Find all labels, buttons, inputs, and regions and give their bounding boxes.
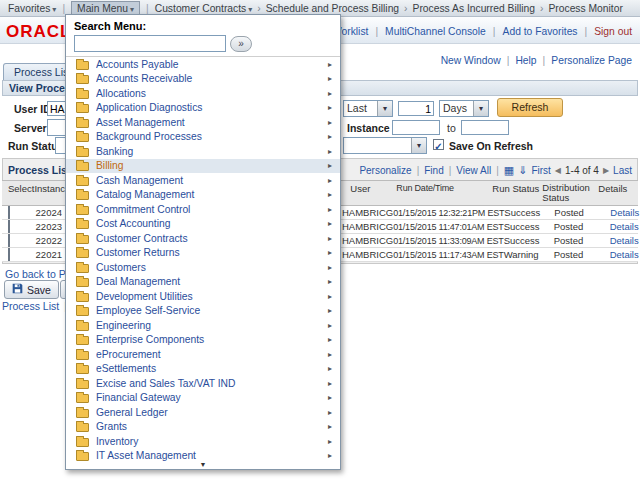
chevron-right-icon: ▸	[328, 437, 332, 446]
folder-icon	[76, 75, 89, 84]
menu-item-label: eProcurement	[96, 349, 328, 360]
grid-layout-icon[interactable]: ▦	[504, 165, 514, 176]
process-list-bottom-link[interactable]: Process List	[2, 300, 59, 312]
breadcrumb-process-as-incurred-billing[interactable]: Process As Incurred Billing	[413, 3, 535, 14]
details-link[interactable]: Details	[610, 207, 640, 218]
menu-item-engineering[interactable]: Engineering▸	[66, 318, 340, 333]
sign-out-link[interactable]: Sign out	[594, 26, 632, 37]
details-link[interactable]: Details	[610, 221, 640, 232]
menu-item-catalog-management[interactable]: Catalog Management▸	[66, 188, 340, 203]
cell-run-status: Success	[504, 207, 554, 218]
days-count-input[interactable]	[398, 101, 434, 116]
menu-item-customers[interactable]: Customers▸	[66, 260, 340, 275]
grid-toolbar: Personalize | Find | View All | ▦ ⇓ Firs…	[359, 165, 632, 176]
col-distribution-status: Distribution Status	[542, 183, 598, 203]
menu-item-accounts-receivable[interactable]: Accounts Receivable▸	[66, 72, 340, 87]
menu-item-label: Billing	[96, 160, 328, 171]
chevron-right-icon: ▸	[328, 408, 332, 417]
menu-item-esettlements[interactable]: eSettlements▸	[66, 362, 340, 377]
menu-item-cash-management[interactable]: Cash Management▸	[66, 173, 340, 188]
last-select[interactable]: Last ▾	[343, 100, 393, 117]
chevron-right-icon: ▸	[328, 335, 332, 344]
menu-item-it-asset-management[interactable]: IT Asset Management▸	[66, 449, 340, 462]
last-link[interactable]: Last	[613, 165, 632, 176]
menu-scroll-down-button[interactable]: ▼	[66, 461, 340, 469]
chevron-right-icon: ▸	[328, 321, 332, 330]
folder-icon	[76, 293, 89, 302]
cell-instance: 22024	[30, 207, 66, 218]
details-link[interactable]: Details	[610, 249, 640, 260]
menu-item-customer-contracts[interactable]: Customer Contracts▸	[66, 231, 340, 246]
menu-item-enterprise-components[interactable]: Enterprise Components▸	[66, 333, 340, 348]
row-checkbox[interactable]	[8, 206, 10, 219]
menu-item-billing[interactable]: Billing▸	[66, 159, 340, 174]
view-all-link[interactable]: View All	[456, 165, 491, 176]
chevron-right-icon: ▸	[328, 74, 332, 83]
cell-run-datetime: 01/15/2015 11:47:01AM EST	[393, 222, 503, 232]
help-link[interactable]: Help	[515, 55, 536, 66]
separator: |	[584, 26, 589, 37]
chevron-right-icon: ▸	[328, 147, 332, 156]
folder-icon	[76, 438, 89, 447]
next-page-icon[interactable]: ▶	[603, 166, 609, 175]
chevron-down-icon: ▾	[411, 138, 426, 153]
new-window-link[interactable]: New Window	[441, 55, 501, 66]
breadcrumb-process-monitor[interactable]: Process Monitor	[548, 3, 622, 14]
menu-item-financial-gateway[interactable]: Financial Gateway▸	[66, 391, 340, 406]
menu-item-background-processes[interactable]: Background Processes▸	[66, 130, 340, 145]
details-link[interactable]: Details	[610, 235, 640, 246]
customer-contracts-menu[interactable]: Customer Contracts▾	[155, 3, 253, 14]
main-menu-label: Main Menu	[77, 3, 128, 14]
type-select[interactable]: ▾	[343, 137, 427, 154]
instance-from-input[interactable]	[392, 120, 440, 135]
menu-item-eprocurement[interactable]: eProcurement▸	[66, 347, 340, 362]
personalize-page-link[interactable]: Personalize Page	[551, 55, 632, 66]
menu-item-banking[interactable]: Banking▸	[66, 144, 340, 159]
menu-item-commitment-control[interactable]: Commitment Control▸	[66, 202, 340, 217]
menu-item-grants[interactable]: Grants▸	[66, 420, 340, 435]
menu-item-customer-returns[interactable]: Customer Returns▸	[66, 246, 340, 261]
previous-page-icon[interactable]: ◀	[555, 166, 561, 175]
separator: |	[145, 3, 150, 14]
row-checkbox[interactable]	[8, 220, 10, 233]
menu-item-cost-accounting[interactable]: Cost Accounting▸	[66, 217, 340, 232]
menu-search-input[interactable]	[74, 35, 226, 52]
menu-item-inventory[interactable]: Inventory▸	[66, 434, 340, 449]
refresh-button[interactable]: Refresh	[497, 98, 563, 117]
menu-item-employee-self-service[interactable]: Employee Self-Service▸	[66, 304, 340, 319]
favorites-menu[interactable]: Favorites▾	[8, 3, 56, 14]
days-unit-select[interactable]: Days ▾	[439, 100, 489, 117]
row-checkbox[interactable]	[8, 234, 10, 247]
cell-run-datetime: 01/15/2015 12:32:21PM EST	[393, 208, 504, 218]
row-checkbox[interactable]	[8, 248, 10, 261]
multichannel-console-link[interactable]: MultiChannel Console	[385, 26, 486, 37]
save-button[interactable]: Save	[4, 280, 59, 299]
to-label: to	[447, 122, 456, 134]
menu-item-label: Commitment Control	[96, 204, 328, 215]
last-select-value: Last	[344, 101, 377, 116]
download-icon[interactable]: ⇓	[518, 165, 527, 176]
menu-item-asset-management[interactable]: Asset Management▸	[66, 115, 340, 130]
instance-to-input[interactable]	[461, 120, 509, 135]
search-go-button[interactable]: »	[230, 36, 252, 52]
menu-item-application-diagnostics[interactable]: Application Diagnostics▸	[66, 101, 340, 116]
breadcrumb-schedule-and-process-billing[interactable]: Schedule and Process Billing	[266, 3, 399, 14]
separator: |	[61, 3, 66, 14]
menu-item-excise-and-sales-tax-vat-ind[interactable]: Excise and Sales Tax/VAT IND▸	[66, 376, 340, 391]
folder-icon	[76, 191, 89, 200]
menu-item-development-utilities[interactable]: Development Utilities▸	[66, 289, 340, 304]
first-link[interactable]: First	[531, 165, 550, 176]
col-run-datetime: Run Date/Time	[396, 183, 492, 193]
menu-item-general-ledger[interactable]: General Ledger▸	[66, 405, 340, 420]
menu-item-label: Allocations	[96, 88, 328, 99]
menu-item-accounts-payable[interactable]: Accounts Payable▸	[66, 57, 340, 72]
menu-item-allocations[interactable]: Allocations▸	[66, 86, 340, 101]
add-to-favorites-link[interactable]: Add to Favorites	[503, 26, 578, 37]
find-link[interactable]: Find	[424, 165, 443, 176]
save-on-refresh-checkbox[interactable]: ✓	[433, 139, 444, 150]
personalize-link[interactable]: Personalize	[359, 165, 411, 176]
menu-item-deal-management[interactable]: Deal Management▸	[66, 275, 340, 290]
chevron-separator-icon: ›	[257, 3, 260, 14]
folder-icon	[76, 322, 89, 331]
folder-icon	[76, 220, 89, 229]
